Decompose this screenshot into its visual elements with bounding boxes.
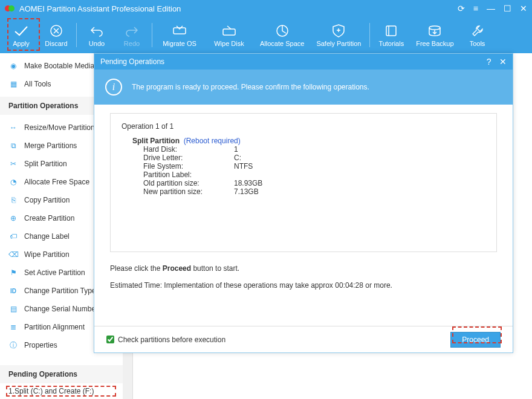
- minimize-icon[interactable]: —: [487, 4, 495, 13]
- plus-icon: ⊕: [8, 213, 18, 223]
- svg-rect-6: [386, 26, 396, 36]
- dialog-title: Pending Operations: [100, 57, 481, 66]
- svg-rect-4: [223, 29, 235, 35]
- serial-icon: ▤: [8, 304, 18, 314]
- merge-icon: ⧉: [8, 141, 18, 151]
- titlebar: AOMEI Partition Assistant Professional E…: [0, 0, 532, 17]
- estimated-time: Estimated Time: Implementation of these …: [110, 281, 497, 290]
- refresh-icon[interactable]: ⟳: [458, 4, 465, 13]
- operation-name: Split Partition: [132, 137, 180, 145]
- pending-operations-dialog: Pending Operations ? ✕ i The program is …: [94, 53, 513, 353]
- check-partitions-checkbox[interactable]: Check partitions before execution: [106, 336, 225, 344]
- shield-icon: [332, 23, 345, 39]
- menu-icon[interactable]: ≡: [473, 4, 478, 13]
- clock-icon: ◔: [8, 177, 18, 187]
- migrate-os-button[interactable]: Migrate OS: [155, 21, 204, 50]
- pending-operation-item[interactable]: 1.Split (C:) and Create (F:): [0, 383, 123, 399]
- svg-point-1: [8, 5, 15, 11]
- migrate-icon: [172, 23, 187, 39]
- allocate-icon: [275, 23, 290, 39]
- main-toolbar: Apply Discard Undo Redo Migrate OS Wipe …: [0, 17, 532, 53]
- id-icon: ID: [8, 286, 18, 296]
- sidebar-heading-pending: Pending Operations: [0, 365, 123, 383]
- free-backup-button[interactable]: Free Backup: [410, 21, 459, 50]
- reboot-required-link[interactable]: (Reboot required): [184, 137, 241, 145]
- app-title: AOMEI Partition Assistant Professional E…: [19, 4, 458, 13]
- resize-icon: ↔: [8, 123, 18, 132]
- tools-button[interactable]: Tools: [460, 21, 495, 50]
- banner-text: The program is ready to proceed. Please …: [132, 83, 369, 91]
- align-icon: ≣: [8, 322, 18, 332]
- split-icon: ✂: [8, 159, 18, 169]
- proceed-button[interactable]: Proceed: [450, 332, 501, 348]
- operation-counter: Operation 1 of 1: [122, 122, 485, 131]
- allocate-space-button[interactable]: Allocate Space: [254, 21, 310, 50]
- dialog-close-icon[interactable]: ✕: [499, 57, 507, 66]
- dialog-banner: i The program is ready to proceed. Pleas…: [94, 70, 513, 105]
- cd-icon: ◉: [8, 61, 18, 71]
- info-circle-icon: i: [105, 79, 122, 96]
- check-partitions-input[interactable]: [106, 336, 114, 343]
- redo-button[interactable]: Redo: [114, 21, 149, 50]
- check-icon: [13, 23, 29, 39]
- help-icon[interactable]: ?: [487, 57, 491, 66]
- svg-point-7: [429, 26, 440, 30]
- tutorials-button[interactable]: Tutorials: [372, 21, 410, 50]
- wipe-icon: [221, 23, 237, 39]
- book-icon: [384, 23, 398, 39]
- copy-icon: ⎘: [8, 195, 18, 205]
- wipe-disk-button[interactable]: Wipe Disk: [204, 21, 254, 50]
- backup-icon: [427, 23, 442, 39]
- tag-icon: 🏷: [8, 232, 18, 241]
- undo-icon: [89, 23, 104, 39]
- eraser-icon: ⌫: [8, 250, 18, 259]
- app-logo-icon: [5, 4, 15, 13]
- close-icon[interactable]: ✕: [520, 4, 527, 13]
- flag-icon: ⚑: [8, 268, 18, 277]
- undo-button[interactable]: Undo: [79, 21, 114, 50]
- wrench-icon: [471, 23, 484, 39]
- redo-icon: [125, 23, 139, 39]
- discard-button[interactable]: Discard: [39, 21, 74, 50]
- dialog-titlebar: Pending Operations ? ✕: [94, 54, 513, 70]
- discard-x-icon: [50, 23, 63, 39]
- maximize-icon[interactable]: ☐: [504, 4, 511, 13]
- grid-icon: ▦: [8, 79, 18, 89]
- info-icon: ⓘ: [8, 340, 18, 350]
- apply-button[interactable]: Apply: [4, 21, 39, 50]
- operations-list: Operation 1 of 1 Split Partition (Reboot…: [110, 113, 497, 252]
- safely-partition-button[interactable]: Safely Partition: [310, 21, 367, 50]
- proceed-hint: Please click the Proceed button to start…: [110, 264, 497, 273]
